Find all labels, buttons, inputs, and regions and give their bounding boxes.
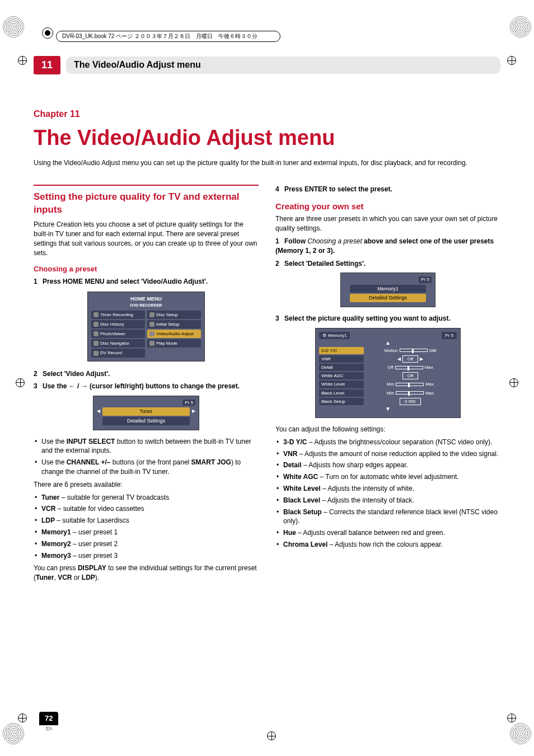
section-divider — [34, 185, 259, 186]
list-item: Tuner – suitable for general TV broadcas… — [41, 493, 259, 503]
settings-row-label: Detail — [319, 364, 364, 371]
registration-mark — [18, 713, 27, 722]
subsection-title: Creating your own set — [275, 200, 500, 212]
menu-subtitle: DVD RECORDER — [91, 303, 201, 308]
page-number: 72 — [39, 712, 58, 725]
menu-item: Initial Setup — [147, 320, 201, 328]
settings-row-value: MinMax — [364, 381, 457, 387]
step-number: 3 — [34, 382, 38, 390]
page-header: 11 The Video/Audio Adjust menu — [34, 56, 500, 74]
settings-row-label: Black Level — [319, 389, 364, 397]
settings-row-value: Off — [364, 372, 457, 379]
step: 2 Select 'Detailed Settings'. — [275, 259, 500, 269]
right-column: 4 Press ENTER to select the preset. Crea… — [275, 185, 500, 586]
chapter-number-badge: 11 — [34, 56, 60, 74]
registration-mark — [18, 56, 27, 65]
step-number: 2 — [34, 370, 38, 378]
menu-item: Play Mode — [147, 339, 201, 348]
corner-ornament — [2, 722, 25, 745]
list-item: Black Setup – Corrects the standard refe… — [283, 508, 500, 527]
list-item: Memory1 – user preset 1 — [41, 528, 259, 537]
step-text: Press ENTER to select the preset. — [284, 185, 392, 193]
adjust-icon — [149, 331, 154, 336]
step-number: 3 — [275, 314, 279, 322]
home-menu-screenshot: HOME MENU DVD RECORDER Timer Recording D… — [87, 292, 205, 361]
settings-row: 3-D Y/CMotionStill — [319, 347, 457, 354]
settings-row-value: ◀Off▶ — [364, 355, 457, 363]
step: 3 Select the picture quality setting you… — [275, 314, 500, 323]
list-item: Use the CHANNEL +/– buttons (or the fron… — [41, 458, 259, 477]
registration-mark — [507, 713, 516, 722]
source-filename: DVR-03_UK.book 72 ページ ２００３年７月２８日 月曜日 午後６… — [56, 31, 280, 42]
header-title: The Video/Audio Adjust menu — [74, 59, 493, 71]
corner-ornament — [2, 16, 25, 38]
menu-item-label: DV Record — [100, 350, 122, 356]
settings-row: White LevelMinMax — [319, 381, 457, 388]
step: 4 Press ENTER to select the preset. — [275, 185, 500, 194]
intro-paragraph: Using the Video/Audio Adjust menu you ca… — [34, 158, 500, 168]
menu-item-label: Disc History — [100, 321, 124, 327]
list-item: White Level – Adjusts the intensity of w… — [283, 484, 500, 494]
step: 3 Use the ← / → (cursor left/right) butt… — [34, 382, 259, 391]
scroll-down-icon: ▼ — [319, 406, 457, 412]
menu-item-label: Timer Recording — [100, 312, 133, 318]
menu-item-label: Initial Setup — [156, 321, 180, 327]
channel-badge: Pr 5 — [442, 332, 457, 339]
adjust-intro: You can adjust the following settings: — [275, 425, 500, 434]
menu-item-label: Disc Setup — [156, 312, 178, 318]
corner-ornament — [509, 16, 532, 38]
step-text: Select 'Detailed Settings'. — [284, 260, 366, 267]
menu-item-selected: Video/Audio Adjust — [147, 330, 201, 338]
settings-row-label: Black Setup — [319, 398, 364, 405]
step-text: Select 'Video Adjust'. — [43, 370, 110, 378]
list-item: 3-D Y/C – Adjusts the brightness/colour … — [283, 438, 500, 447]
list-item: Memory3 – user preset 3 — [41, 551, 259, 561]
list-item: Chroma Level – Adjusts how rich the colo… — [283, 540, 500, 550]
menu-item: Timer Recording — [91, 311, 145, 319]
menu-item: Disc History — [91, 320, 145, 328]
settings-row-value: MotionStill — [364, 348, 457, 354]
settings-memory-label: ⚙Memory1 — [319, 332, 350, 339]
settings-row-label: White Level — [319, 381, 364, 388]
preset-value: Tuner — [102, 407, 190, 416]
photo-icon — [93, 331, 99, 336]
list-item: LDP – suitable for Laserdiscs — [41, 516, 259, 525]
step-number: 4 — [275, 185, 279, 193]
step-text: Select the picture quality setting you w… — [284, 314, 451, 322]
memory-value: Memory1 — [350, 285, 426, 293]
settings-row-label: VNR — [319, 355, 364, 363]
step: 2 Select 'Video Adjust'. — [34, 369, 259, 379]
binding-icon — [42, 27, 53, 39]
channel-badge: Pr 5 — [419, 276, 432, 283]
settings-row: Black LevelMinMax — [319, 389, 457, 397]
preset-detailed: Detailed Settings — [102, 417, 190, 425]
list-item: Black Level – Adjusts the intensity of b… — [283, 496, 500, 505]
cursor-arrows-icon: ← / → — [69, 382, 88, 390]
list-item: Memory2 – user preset 2 — [41, 539, 259, 549]
subsection-title: Choosing a preset — [34, 264, 259, 274]
memory-selector-screenshot: Pr 5 Memory1 Detailed Settings — [340, 273, 435, 307]
registration-mark — [16, 378, 25, 387]
chapter-label: Chapter 11 — [34, 108, 500, 120]
step-number: 1 — [34, 278, 38, 285]
settings-row-value: OffMax — [364, 364, 457, 370]
settings-row-label: White AGC — [319, 372, 364, 379]
section-title: Setting the picture quality for TV and e… — [34, 190, 259, 217]
menu-item-label: Video/Audio Adjust — [156, 331, 194, 337]
presets-intro: There are 6 presets available: — [34, 480, 259, 490]
corner-ornament — [509, 722, 532, 745]
preset-selector-screenshot: Pr 5 Tuner Detailed Settings — [93, 396, 199, 430]
preset-list: Tuner – suitable for general TV broadcas… — [34, 493, 259, 561]
step-text: Press HOME MENU and select 'Video/Audio … — [43, 278, 208, 285]
step-text-fragment: (cursor left/right) buttons to change th… — [88, 382, 240, 390]
list-item: White AGC – Turn on for automatic white … — [283, 472, 500, 482]
note-list: Use the INPUT SELECT button to switch be… — [34, 437, 259, 477]
menu-item: Disc Navigator — [91, 339, 145, 348]
settings-row-label: 3-D Y/C — [319, 347, 364, 354]
menu-title: HOME MENU — [130, 296, 162, 302]
left-column: Setting the picture quality for TV and e… — [34, 185, 259, 586]
display-note: You can press DISPLAY to see the individ… — [34, 564, 259, 583]
list-item: Detail – Adjusts how sharp edges appear. — [283, 461, 500, 470]
subsection-body: There are three user presets in which yo… — [275, 214, 500, 233]
settings-row-value: 0 IRE — [364, 398, 457, 405]
